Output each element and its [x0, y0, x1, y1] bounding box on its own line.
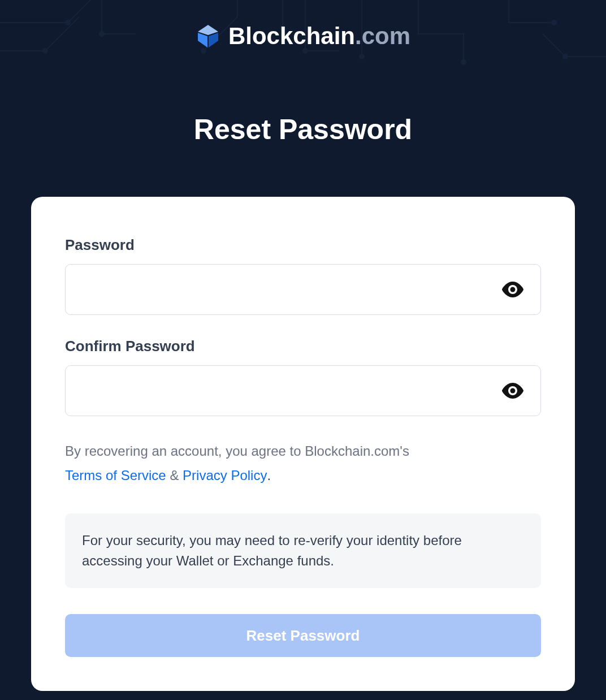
header: Blockchain.com	[0, 0, 606, 51]
reset-password-button[interactable]: Reset Password	[65, 614, 541, 657]
brand-name-primary: Blockchain	[228, 23, 355, 49]
svg-marker-10	[198, 25, 218, 35]
confirm-password-input[interactable]	[65, 365, 541, 416]
svg-point-14	[510, 287, 516, 292]
security-notice: For your security, you may need to re-ve…	[65, 513, 541, 588]
toggle-confirm-password-visibility-button[interactable]	[497, 378, 529, 403]
eye-icon	[501, 282, 524, 297]
svg-point-8	[360, 54, 364, 59]
page-title: Reset Password	[0, 113, 606, 146]
password-input[interactable]	[65, 264, 541, 315]
svg-marker-12	[209, 33, 218, 47]
privacy-policy-link[interactable]: Privacy Policy	[183, 468, 267, 483]
toggle-password-visibility-button[interactable]	[497, 277, 529, 302]
password-field-wrap	[65, 264, 541, 315]
terms-of-service-link[interactable]: Terms of Service	[65, 468, 166, 483]
password-label: Password	[65, 236, 541, 254]
brand-logo: Blockchain.com	[196, 23, 410, 50]
reset-password-card: Password Confirm Password By recovering …	[31, 197, 575, 691]
confirm-password-label: Confirm Password	[65, 338, 541, 355]
brand-name-suffix: .com	[355, 23, 410, 49]
consent-period: .	[267, 468, 271, 483]
consent-ampersand: &	[170, 468, 179, 483]
consent-prefix: By recovering an account, you agree to B…	[65, 443, 409, 459]
confirm-password-field-wrap	[65, 365, 541, 416]
brand-name: Blockchain.com	[228, 23, 410, 50]
consent-text: By recovering an account, you agree to B…	[65, 439, 541, 487]
svg-point-16	[510, 388, 516, 394]
svg-point-5	[461, 60, 466, 64]
eye-icon	[501, 383, 524, 399]
blockchain-logo-icon	[196, 24, 220, 49]
svg-point-7	[563, 54, 568, 59]
svg-marker-11	[198, 33, 207, 47]
